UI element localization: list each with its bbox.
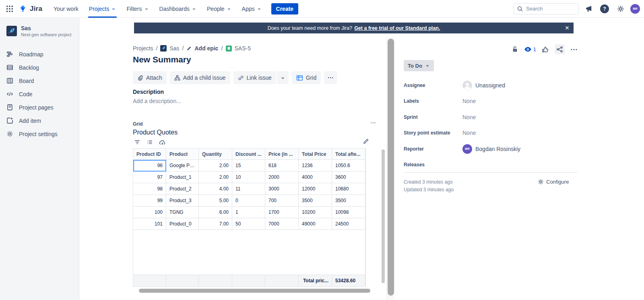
cloud-download-icon[interactable] <box>159 139 166 146</box>
close-icon[interactable] <box>564 25 570 31</box>
table-cell[interactable]: 1236 <box>299 160 332 172</box>
filter-icon[interactable] <box>134 139 140 146</box>
labels-value[interactable]: None <box>462 98 476 104</box>
link-issue-dropdown-button[interactable] <box>277 71 289 84</box>
announcements-button[interactable] <box>582 2 595 15</box>
table-header-cell[interactable]: Product ID <box>133 149 166 160</box>
sidebar-item-project-settings[interactable]: Project settings <box>0 127 79 141</box>
table-cell[interactable]: 10680 <box>332 183 365 195</box>
edit-grid-pencil-icon[interactable] <box>363 138 369 145</box>
attach-button[interactable]: Attach <box>133 71 167 84</box>
user-avatar[interactable]: BR <box>630 4 640 14</box>
nav-item-dashboards[interactable]: Dashboards <box>155 0 202 18</box>
table-cell[interactable]: 1 <box>232 207 265 218</box>
table-cell[interactable]: Product_2 <box>166 183 199 195</box>
nav-item-filters[interactable]: Filters <box>122 0 153 18</box>
grid-app-button[interactable]: Grid <box>292 71 321 84</box>
nav-item-projects[interactable]: Projects <box>84 0 121 18</box>
breadcrumb-add-epic[interactable]: Add epic <box>194 45 218 52</box>
help-button[interactable]: ? <box>598 2 611 15</box>
status-dropdown-button[interactable]: To Do <box>404 60 434 71</box>
table-header-cell[interactable]: Total afte... <box>332 149 365 160</box>
sidebar-item-code[interactable]: Code <box>0 87 79 101</box>
grid-vertical-scrollbar[interactable] <box>382 149 385 283</box>
table-cell[interactable]: 7.00 <box>199 218 232 230</box>
table-cell[interactable]: 3000 <box>265 183 299 195</box>
assignee-value[interactable]: Unassigned <box>462 81 505 90</box>
table-cell[interactable]: 10098 <box>332 207 365 218</box>
table-cell[interactable]: 100 <box>133 207 166 218</box>
more-options-icon[interactable] <box>570 46 578 53</box>
table-header-cell[interactable]: Discount ... <box>232 149 265 160</box>
table-header-cell[interactable]: Quantity <box>199 149 232 160</box>
table-cell[interactable]: 15 <box>232 160 265 172</box>
sprint-value[interactable]: None <box>462 114 476 120</box>
breadcrumb-issue-key[interactable]: SAS-5 <box>235 45 251 52</box>
table-cell[interactable]: Product_3 <box>166 195 199 207</box>
description-placeholder[interactable]: Add a description... <box>133 98 181 104</box>
table-header-cell[interactable]: Total Price <box>299 149 332 160</box>
nav-item-apps[interactable]: Apps <box>237 0 266 18</box>
table-cell[interactable]: 4.00 <box>199 183 232 195</box>
table-cell[interactable]: Google Pix... <box>166 160 199 172</box>
breadcrumb-project[interactable]: Sas <box>169 45 179 52</box>
more-actions-button[interactable] <box>324 71 337 84</box>
table-cell[interactable]: 7000 <box>265 218 299 230</box>
table-cell[interactable]: 96 <box>133 160 166 172</box>
table-cell[interactable]: 3600 <box>332 172 365 183</box>
table-cell[interactable]: 2.00 <box>199 160 232 172</box>
table-cell[interactable]: 24500 <box>332 218 365 230</box>
table-cell[interactable]: 5.00 <box>199 195 232 207</box>
table-cell[interactable]: 10 <box>232 172 265 183</box>
table-cell[interactable]: 1700 <box>265 207 299 218</box>
app-switcher-button[interactable] <box>3 2 16 15</box>
sidebar-item-backlog[interactable]: Backlog <box>0 61 79 74</box>
table-cell[interactable]: 6.00 <box>199 207 232 218</box>
table-cell[interactable]: 12000 <box>299 183 332 195</box>
table-cell[interactable]: 3500 <box>332 195 365 207</box>
share-icon[interactable] <box>555 44 565 54</box>
table-cell[interactable]: Product_1 <box>166 172 199 183</box>
reporter-value[interactable]: BR Bogdan Rosinskiy <box>462 144 520 154</box>
table-cell[interactable]: 0 <box>232 195 265 207</box>
table-cell[interactable]: 98 <box>133 183 166 195</box>
jira-logo[interactable]: Jira <box>17 4 48 13</box>
search-input[interactable] <box>514 3 579 14</box>
grid-horizontal-scrollbar[interactable] <box>139 289 370 293</box>
list-view-icon[interactable] <box>147 139 153 146</box>
configure-button[interactable]: Configure <box>538 179 569 185</box>
nav-item-people[interactable]: People <box>202 0 236 18</box>
table-cell[interactable]: 97 <box>133 172 166 183</box>
table-cell[interactable]: 700 <box>265 195 299 207</box>
table-cell[interactable]: 1050.6 <box>332 160 365 172</box>
project-header[interactable]: Sas Next-gen software project <box>0 25 79 37</box>
sidebar-item-project-pages[interactable]: Project pages <box>0 101 79 114</box>
table-cell[interactable]: 10200 <box>299 207 332 218</box>
breadcrumb-projects[interactable]: Projects <box>133 45 153 52</box>
table-cell[interactable]: TGNG <box>166 207 199 218</box>
table-header-cell[interactable]: Price (in ... <box>265 149 299 160</box>
table-cell[interactable]: 11 <box>232 183 265 195</box>
table-cell[interactable]: 49000 <box>299 218 332 230</box>
table-header-cell[interactable]: Product <box>166 149 199 160</box>
lock-icon[interactable] <box>512 46 518 53</box>
settings-button[interactable] <box>614 2 627 15</box>
watch-eye-icon[interactable]: 1 <box>524 46 536 53</box>
table-cell[interactable]: Product_0 <box>166 218 199 230</box>
grid-more-icon[interactable] <box>370 120 376 126</box>
link-issue-button[interactable]: Link issue <box>233 71 276 84</box>
table-cell[interactable]: 101 <box>133 218 166 230</box>
sidebar-item-board[interactable]: Board <box>0 74 79 87</box>
table-cell[interactable]: 50 <box>232 218 265 230</box>
page-vertical-scrollbar[interactable] <box>388 39 394 296</box>
table-cell[interactable]: 99 <box>133 195 166 207</box>
sidebar-item-add-item[interactable]: Add item <box>0 114 79 127</box>
table-cell[interactable]: 618 <box>265 160 299 172</box>
table-cell[interactable]: 3500 <box>299 195 332 207</box>
table-cell[interactable]: 4000 <box>299 172 332 183</box>
table-cell[interactable]: 2.00 <box>199 172 232 183</box>
issue-title[interactable]: New Summary <box>133 55 191 64</box>
banner-trial-link[interactable]: Get a free trial of our Standard plan. <box>354 25 440 31</box>
table-cell[interactable]: 2000 <box>265 172 299 183</box>
nav-item-your-work[interactable]: Your work <box>49 0 83 18</box>
